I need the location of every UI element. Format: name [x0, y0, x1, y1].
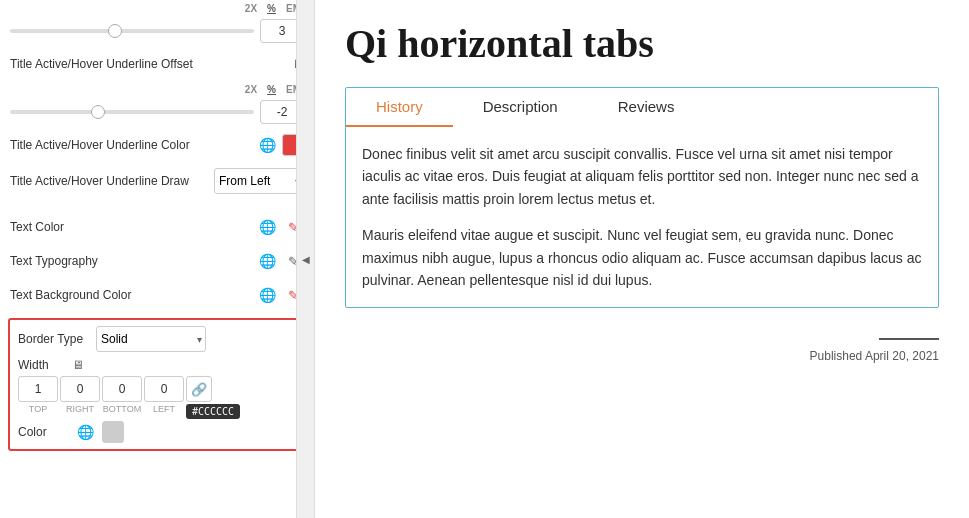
text-typography-label: Text Typography [10, 254, 256, 268]
tab-reviews[interactable]: Reviews [588, 88, 705, 127]
right-footer: Published April 20, 2021 [345, 338, 939, 363]
label-top: TOP [18, 404, 58, 414]
slider-1[interactable] [10, 23, 254, 39]
color-hash-badge: #CCCCCC [186, 404, 240, 419]
slider-thumb-2[interactable] [91, 105, 105, 119]
width-label: Width [18, 358, 68, 372]
footer-published: Published April 20, 2021 [810, 349, 939, 363]
globe-icon-bg-color[interactable]: 🌐 [256, 284, 278, 306]
text-bg-color-label: Text Background Color [10, 288, 256, 302]
text-bg-color-row: Text Background Color 🌐 ✎ [0, 278, 314, 312]
text-color-row: Text Color 🌐 ✎ [0, 210, 314, 244]
right-panel: Qi horizontal tabs History Description R… [315, 0, 969, 518]
unit-btn-2x-1[interactable]: 2X [242, 2, 260, 15]
globe-icon-color[interactable]: 🌐 [256, 134, 278, 156]
slider-thumb-1[interactable] [108, 24, 122, 38]
slider-row-1: 3 [0, 15, 314, 47]
border-type-label: Border Type [18, 332, 88, 346]
dim-labels-row: TOP RIGHT BOTTOM LEFT #CCCCCC [18, 404, 296, 419]
page-title: Qi horizontal tabs [345, 20, 939, 67]
slider-row-2: -2 [0, 96, 314, 128]
unit-btn-pct-1[interactable]: % [264, 2, 279, 15]
globe-icon-typography[interactable]: 🌐 [256, 250, 278, 272]
slider-track-1 [10, 29, 254, 33]
label-right: RIGHT [60, 404, 100, 414]
label-bottom: BOTTOM [102, 404, 142, 414]
dim-labels: TOP RIGHT BOTTOM LEFT [18, 404, 184, 414]
title-offset-label: Title Active/Hover Underline Offset [10, 57, 292, 71]
underline-color-row: Title Active/Hover Underline Color 🌐 [0, 128, 314, 162]
slider-2[interactable] [10, 104, 254, 120]
monitor-icon-width: 🖥 [72, 358, 84, 372]
tabs-content: Donec finibus velit sit amet arcu suscip… [346, 127, 938, 307]
globe-icon-border-color[interactable]: 🌐 [74, 421, 96, 443]
underline-color-label: Title Active/Hover Underline Color [10, 138, 256, 152]
border-color-swatch[interactable] [102, 421, 124, 443]
tabs-container: History Description Reviews Donec finibu… [345, 87, 939, 308]
border-type-row: Border Type None Solid Dashed Dotted Dou… [18, 326, 296, 352]
width-left-input[interactable] [144, 376, 184, 402]
unit-btn-2x-2[interactable]: 2X [242, 83, 260, 96]
border-color-label: Color [18, 425, 68, 439]
label-left: LEFT [144, 404, 184, 414]
content-paragraph-1: Donec finibus velit sit amet arcu suscip… [362, 143, 922, 210]
slider-track-2 [10, 110, 254, 114]
tab-description[interactable]: Description [453, 88, 588, 127]
tab-history[interactable]: History [346, 88, 453, 127]
width-right-input[interactable] [60, 376, 100, 402]
text-color-label: Text Color [10, 220, 256, 234]
underline-draw-row: Title Active/Hover Underline Draw From L… [0, 162, 314, 200]
text-typography-row: Text Typography 🌐 ✎ [0, 244, 314, 278]
footer-divider [879, 338, 939, 340]
underline-draw-select[interactable]: From Left From Right From Center [214, 168, 304, 194]
width-inputs: 🔗 [18, 376, 296, 402]
width-top-input[interactable] [18, 376, 58, 402]
content-paragraph-2: Mauris eleifend vitae augue et suscipit.… [362, 224, 922, 291]
left-panel: 2X % EM 3 Title Active/Hover Underline O… [0, 0, 315, 518]
unit-row-2: 2X % EM [0, 81, 314, 96]
border-type-select[interactable]: None Solid Dashed Dotted Double [96, 326, 206, 352]
title-offset-row: Title Active/Hover Underline Offset 🖥 [0, 47, 314, 81]
border-color-row: Color 🌐 [18, 421, 296, 443]
globe-icon-text-color[interactable]: 🌐 [256, 216, 278, 238]
link-dimensions-button[interactable]: 🔗 [186, 376, 212, 402]
width-bottom-input[interactable] [102, 376, 142, 402]
border-section: Border Type None Solid Dashed Dotted Dou… [8, 318, 306, 451]
border-type-select-wrapper: None Solid Dashed Dotted Double [96, 326, 206, 352]
unit-btn-pct-2[interactable]: % [264, 83, 279, 96]
underline-draw-label: Title Active/Hover Underline Draw [10, 174, 214, 188]
tabs-header: History Description Reviews [346, 88, 938, 127]
width-row: Width 🖥 [18, 358, 296, 372]
collapse-arrow[interactable]: ◀ [296, 0, 314, 518]
underline-draw-select-wrapper: From Left From Right From Center [214, 168, 304, 194]
unit-row-1: 2X % EM [0, 0, 314, 15]
